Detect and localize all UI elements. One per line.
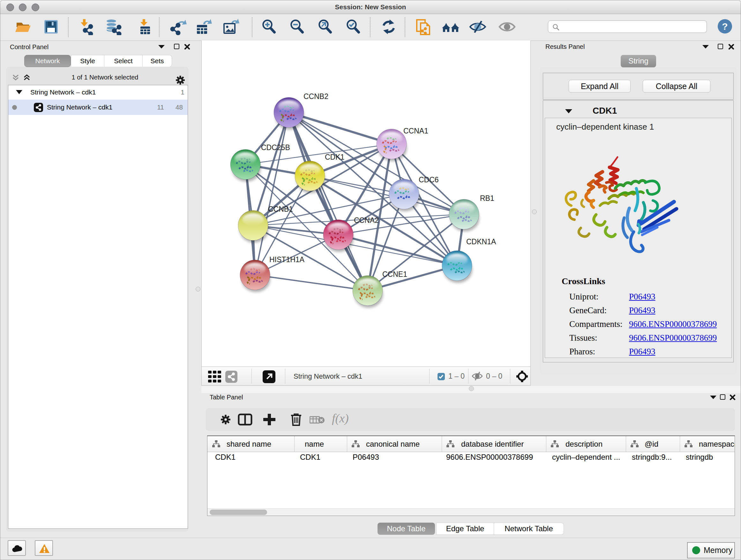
svg-text:HIST1H1A: HIST1H1A <box>269 255 305 264</box>
svg-text:CCNA1: CCNA1 <box>403 127 428 135</box>
svg-text:CCNE1: CCNE1 <box>382 270 407 278</box>
svg-text:CDK1: CDK1 <box>325 153 344 161</box>
svg-text:CDKN1A: CDKN1A <box>466 238 496 246</box>
svg-text:CCNB2: CCNB2 <box>304 92 328 101</box>
svg-text:CDC6: CDC6 <box>419 176 439 184</box>
svg-text:CCNA2: CCNA2 <box>354 216 379 225</box>
svg-text:CCNB1: CCNB1 <box>268 205 293 213</box>
svg-text:CDC25B: CDC25B <box>261 143 290 152</box>
svg-text:RB1: RB1 <box>480 194 494 202</box>
